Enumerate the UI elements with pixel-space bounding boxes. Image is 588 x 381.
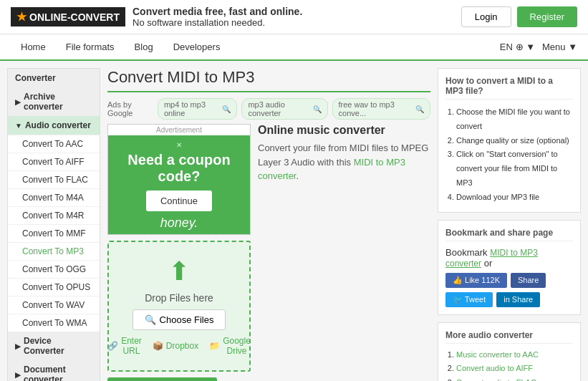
- step-1: Choose the MIDI file you want to convert: [456, 105, 573, 134]
- language-selector[interactable]: EN ⊕ ▼: [500, 42, 535, 52]
- more-link-2[interactable]: Convert audio to AIFF: [456, 364, 533, 372]
- start-conversion-button[interactable]: > Start conversion: [107, 377, 217, 381]
- sidebar-item-wma[interactable]: Convert To WMA: [8, 314, 100, 332]
- ad-close-1-icon[interactable]: 🔍: [222, 105, 231, 113]
- social-row-1: 👍 Like 112K Share: [445, 273, 573, 288]
- sidebar-device[interactable]: ▶ Device Converter: [8, 332, 100, 360]
- ad-banner: Advertisement ✕ Need a coupon code? Cont…: [107, 124, 251, 235]
- main-content: Convert MIDI to MP3 Ads by Google mp4 to…: [107, 68, 430, 381]
- upload-area[interactable]: ⬆ Drop Files here 🔍 Choose Files 🔗 Enter…: [107, 241, 251, 372]
- sidebar-item-ogg[interactable]: Convert To OGG: [8, 260, 100, 278]
- login-button[interactable]: Login: [461, 6, 511, 27]
- register-button[interactable]: Register: [517, 6, 577, 27]
- content-right: Online music converter Convert your file…: [258, 124, 430, 372]
- sidebar-item-aiff[interactable]: Convert To AIFF: [8, 153, 100, 170]
- ad-tag-3-text: free wav to mp3 conve...: [339, 100, 413, 117]
- ads-row: Ads by Google mp4 to mp3 online 🔍 mp3 au…: [107, 98, 430, 120]
- search-icon: 🔍: [145, 314, 156, 325]
- sidebar-item-opus[interactable]: Convert To OPUS: [8, 278, 100, 296]
- sidebar-device-label: Device Converter: [24, 336, 92, 356]
- step-2: Change quality or size (optional): [456, 134, 573, 148]
- header-buttons: Login Register: [461, 6, 577, 27]
- sidebar-item-aac[interactable]: Convert To AAC: [8, 135, 100, 153]
- more-converters-title: More audio converter: [445, 330, 573, 344]
- main-nav: Home File formats Blog Developers EN ⊕ ▼…: [0, 34, 588, 61]
- tagline: Convert media free, fast and online. No …: [132, 6, 302, 28]
- drop-files-text: Drop Files here: [145, 292, 213, 304]
- desc-link[interactable]: MIDI to MP3 converter: [258, 157, 405, 182]
- sidebar-item-mmf[interactable]: Convert To MMF: [8, 224, 100, 242]
- more-item-2: Convert audio to AIFF: [456, 362, 573, 376]
- tagline-main: Convert media free, fast and online.: [132, 6, 302, 17]
- sidebar-audio-open[interactable]: ▼ Audio converter: [8, 116, 100, 135]
- how-to-box: How to convert a MIDI to a MP3 file? Cho…: [438, 68, 581, 213]
- drive-icon: 📁: [209, 341, 220, 351]
- arrow-icon: ▶: [15, 98, 21, 106]
- ad-tag-2[interactable]: mp3 audio converter 🔍: [241, 98, 327, 120]
- choose-files-button[interactable]: 🔍 Choose Files: [132, 309, 226, 330]
- nav-developers[interactable]: Developers: [163, 34, 231, 59]
- logo-area: ★ ONLINE-CONVERT Convert media free, fas…: [11, 6, 302, 28]
- nav-home[interactable]: Home: [11, 34, 56, 59]
- page-container: Converter ▶ Archive converter ▼ Audio co…: [0, 61, 588, 381]
- dropbox-label: Dropbox: [166, 341, 198, 351]
- nav-blog[interactable]: Blog: [125, 34, 163, 59]
- more-item-1: Music converter to AAC: [456, 348, 573, 362]
- bottom-bar: > Start conversion Add example file: [107, 372, 430, 381]
- dropbox-icon: 📦: [153, 341, 163, 351]
- tagline-sub: No software installation needed.: [132, 17, 265, 28]
- sidebar-item-mp3[interactable]: Convert To MP3: [8, 242, 100, 260]
- content-row: Advertisement ✕ Need a coupon code? Cont…: [107, 124, 430, 372]
- nav-links: Home File formats Blog Developers: [11, 34, 230, 59]
- arrow-icon: ▶: [15, 342, 21, 350]
- ad-close-3-icon[interactable]: 🔍: [415, 105, 424, 113]
- more-link-1[interactable]: Music converter to AAC: [456, 350, 539, 359]
- social-row-2: 🐦 Tweet in Share: [445, 292, 573, 307]
- sidebar: Converter ▶ Archive converter ▼ Audio co…: [7, 68, 100, 381]
- sidebar-converter-header: Converter: [8, 69, 100, 87]
- ad-content: ✕ Need a coupon code? Continue honey.: [108, 135, 250, 235]
- facebook-like-button[interactable]: 👍 Like 112K: [445, 273, 507, 288]
- upload-links: 🔗 Enter URL 📦 Dropbox 📁 Google Drive: [107, 336, 251, 356]
- right-panel: How to convert a MIDI to a MP3 file? Cho…: [438, 68, 581, 381]
- more-converters-box: More audio converter Music converter to …: [438, 322, 581, 381]
- ad-tag-3[interactable]: free wav to mp3 conve... 🔍: [332, 98, 430, 120]
- sidebar-item-flac[interactable]: Convert To FLAC: [8, 170, 100, 188]
- ad-corner-x[interactable]: ✕: [176, 141, 182, 149]
- menu-button[interactable]: Menu ▼: [542, 42, 577, 52]
- bookmark-or: or: [484, 258, 493, 269]
- linkedin-share-button[interactable]: in Share: [496, 292, 540, 307]
- sidebar-converter-section: Converter ▶ Archive converter ▼ Audio co…: [7, 68, 100, 381]
- desc-box: Online music converter Convert your file…: [258, 124, 430, 183]
- desc-text: Convert your file from MIDI files to MPE…: [258, 141, 430, 183]
- nav-file-formats[interactable]: File formats: [56, 34, 125, 59]
- step-3: Click on "Start conversion" to convert y…: [456, 148, 573, 190]
- dropbox-link[interactable]: 📦 Dropbox: [153, 336, 198, 356]
- sidebar-archive-label: Archive converter: [24, 92, 92, 112]
- bookmark-box: Bookmark and share page Bookmark MIDI to…: [438, 220, 581, 315]
- page-title: Convert MIDI to MP3: [107, 68, 430, 92]
- google-drive-link[interactable]: 📁 Google Drive: [209, 336, 251, 356]
- sidebar-title: Converter: [15, 73, 56, 83]
- how-to-title: How to convert a MIDI to a MP3 file?: [445, 76, 573, 100]
- bookmark-section-title: Bookmark and share page: [445, 228, 573, 241]
- ad-tag-1[interactable]: mp4 to mp3 online 🔍: [158, 98, 237, 120]
- ads-by-google-label: Ads by Google: [107, 100, 153, 117]
- ad-continue-button[interactable]: Continue: [146, 190, 212, 211]
- sidebar-item-m4a[interactable]: Convert To M4A: [8, 188, 100, 206]
- bookmark-label: Bookmark: [445, 247, 490, 258]
- sidebar-archive[interactable]: ▶ Archive converter: [8, 87, 100, 116]
- ad-close-2-icon[interactable]: 🔍: [313, 105, 322, 113]
- facebook-share-button[interactable]: Share: [511, 273, 546, 288]
- sidebar-document[interactable]: ▶ Document converter: [8, 360, 100, 381]
- twitter-tweet-button[interactable]: 🐦 Tweet: [445, 292, 493, 307]
- ad-tag-1-text: mp4 to mp3 online: [164, 100, 220, 117]
- more-link-3[interactable]: Convert audio to FLAC: [456, 378, 536, 381]
- enter-url-link[interactable]: 🔗 Enter URL: [107, 336, 142, 356]
- arrow-icon: ▶: [15, 371, 21, 379]
- sidebar-item-m4r[interactable]: Convert To M4R: [8, 206, 100, 224]
- sidebar-item-wav[interactable]: Convert To WAV: [8, 296, 100, 314]
- sidebar-document-label: Document converter: [24, 365, 92, 381]
- how-to-steps: Choose the MIDI file you want to convert…: [445, 105, 573, 205]
- logo: ★ ONLINE-CONVERT: [11, 7, 125, 26]
